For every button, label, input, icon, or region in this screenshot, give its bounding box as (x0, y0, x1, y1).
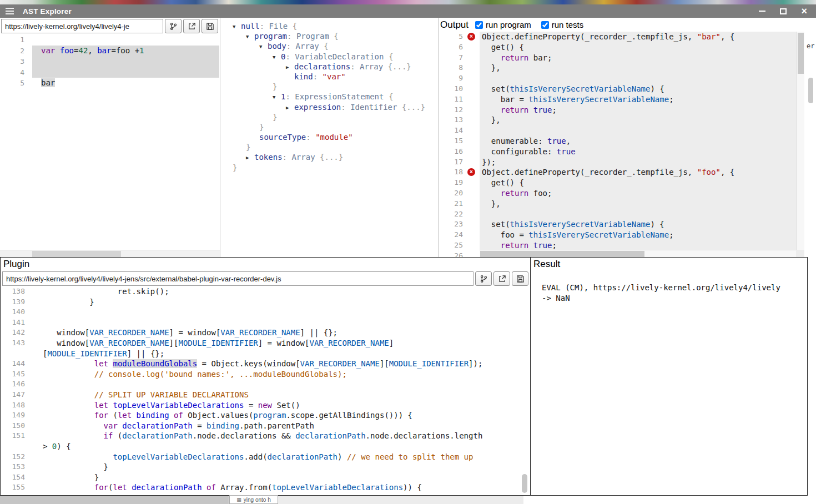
code-text: if (declarationPath.node.declarations &&… (33, 431, 530, 441)
scrollbar-thumb[interactable] (480, 251, 644, 257)
minimize-button[interactable] (759, 11, 765, 12)
gutter-marker-slot (465, 147, 480, 157)
collapse-arrow-icon[interactable]: ▼ (273, 52, 281, 62)
plugin-hscrollbar-track[interactable] (278, 496, 523, 504)
expand-arrow-icon[interactable]: ▶ (286, 103, 294, 113)
code-text (32, 56, 219, 67)
result-title: Result (533, 259, 560, 270)
ast-node[interactable]: } (233, 112, 425, 122)
output-horizontal-scrollbar[interactable] (480, 250, 796, 257)
run-program-checkbox[interactable] (475, 21, 483, 29)
code-line: 144 let moduleBoundGlobals = Object.keys… (1, 359, 530, 369)
collapse-arrow-icon[interactable]: ▼ (259, 42, 268, 52)
code-text: for (let binding of Object.values(progra… (33, 410, 530, 421)
ast-node[interactable]: kind: "var" (233, 72, 425, 82)
maximize-button[interactable] (780, 8, 787, 14)
plugin-hscrollbar-thumb[interactable] (0, 496, 229, 504)
code-text: configurable: true (480, 147, 804, 157)
source-horizontal-scrollbar[interactable] (0, 250, 220, 257)
result-line: EVAL (CM), https://lively-kernel.org/liv… (542, 283, 803, 293)
line-number: 6 (439, 42, 465, 53)
ast-node[interactable]: ▼null: File { (233, 21, 425, 31)
code-line: 19 get() { (439, 178, 804, 188)
ast-node[interactable]: ▼0: VariableDeclaration { (233, 52, 425, 62)
code-text: } (33, 297, 530, 308)
code-line: 22 (439, 209, 804, 220)
plugin-url-input[interactable] (2, 271, 474, 286)
scrollbar-thumb[interactable] (798, 33, 804, 74)
line-number: 141 (1, 317, 33, 328)
line-number: 22 (439, 209, 465, 220)
expand-arrow-icon[interactable]: ▶ (286, 62, 294, 72)
ast-node[interactable]: } (233, 122, 425, 132)
ast-node[interactable]: } (233, 142, 425, 152)
code-line: [MODULE_IDENTIFIER] || {}; (1, 349, 530, 359)
window-controls: × (759, 6, 807, 16)
output-vertical-scrollbar[interactable] (796, 32, 804, 250)
collapse-arrow-icon[interactable]: ▼ (273, 92, 281, 102)
ast-node[interactable]: } (233, 163, 425, 173)
save-button[interactable] (512, 271, 528, 286)
code-line: 3 (0, 56, 219, 67)
gutter-marker-slot (465, 188, 480, 199)
ast-node[interactable]: ▼body: Array { (233, 41, 425, 51)
code-line: 150 var declarationPath = binding.path.p… (1, 421, 530, 431)
code-text (480, 125, 804, 136)
open-external-button[interactable] (183, 19, 200, 33)
line-number: 156 (1, 493, 33, 495)
code-text: return bar; (480, 53, 804, 63)
code-text: foo = thisIsVererySecretVariableName; (480, 230, 804, 240)
menu-icon[interactable] (6, 8, 14, 14)
close-button[interactable]: × (801, 6, 807, 16)
code-line: 145 // console.log('bound names:', ...mo… (1, 369, 530, 380)
ast-node[interactable]: ▼1: ExpressionStatement { (233, 92, 425, 102)
ast-node[interactable]: sourceType: "module" (233, 132, 425, 142)
line-number: 15 (439, 136, 465, 147)
ast-node[interactable]: ▶declarations: Array {...} (233, 62, 425, 72)
collapse-arrow-icon[interactable]: ▼ (233, 22, 241, 32)
window-titlebar[interactable]: AST Explorer × (0, 4, 816, 18)
run-tests-checkbox[interactable] (541, 21, 549, 29)
scrollbar-thumb[interactable] (32, 251, 121, 257)
error-icon[interactable]: × (467, 168, 475, 176)
code-line: 1 (0, 34, 219, 46)
code-text (32, 34, 219, 46)
line-number: 5 (0, 78, 32, 89)
checkbox-item-run-tests[interactable]: run tests (541, 20, 584, 29)
source-code-editor[interactable]: 12var foo=42, bar=foo +1345bar (0, 34, 219, 249)
clipped-status-fragment: ▦ ying onto h (229, 495, 278, 504)
ast-node[interactable]: ▶expression: Identifier {...} (233, 102, 425, 112)
output-code-view[interactable]: 5×Object.defineProperty(_recorder_.tempf… (439, 32, 804, 257)
collapse-arrow-icon[interactable]: ▼ (246, 32, 254, 42)
branch-button[interactable] (165, 19, 182, 33)
save-icon (516, 275, 525, 283)
ast-node[interactable]: } (233, 82, 425, 92)
line-number: 24 (439, 230, 465, 240)
code-text (32, 67, 219, 78)
save-button[interactable] (202, 19, 218, 33)
line-number: 18 (439, 167, 465, 178)
code-text: bar (32, 78, 219, 89)
code-line: 151 if (declarationPath.node.declaration… (1, 431, 530, 441)
code-text (480, 73, 804, 84)
error-icon[interactable]: × (467, 33, 475, 41)
line-number: 149 (1, 410, 33, 421)
open-external-button[interactable] (493, 271, 510, 286)
ast-tree[interactable]: ▼null: File {▼program: Program {▼body: A… (233, 21, 425, 173)
code-text: return foo; (480, 188, 804, 199)
checkbox-item-run-program[interactable]: run program (475, 20, 531, 29)
code-line: 9 (439, 73, 804, 84)
branch-button[interactable] (475, 271, 492, 286)
plugin-scrollbar-thumb[interactable] (522, 474, 527, 493)
code-line: 13 }, (439, 115, 804, 125)
gutter-marker-slot (465, 240, 480, 251)
code-text (33, 307, 530, 317)
plugin-code-editor[interactable]: 138 ret.skip();139 }140141142 window[VAR… (1, 286, 530, 495)
ast-node[interactable]: ▶tokens: Array {...} (233, 152, 425, 162)
ast-node[interactable]: ▼program: Program { (233, 31, 425, 41)
code-text: return true; (480, 240, 804, 251)
gutter-marker-slot (465, 53, 480, 63)
source-url-input[interactable] (1, 19, 163, 33)
line-number: 148 (1, 400, 33, 411)
expand-arrow-icon[interactable]: ▶ (246, 153, 254, 163)
